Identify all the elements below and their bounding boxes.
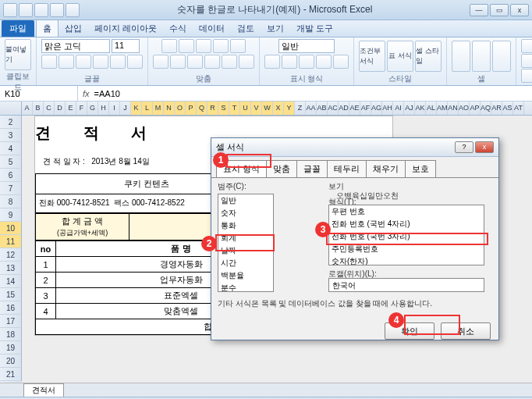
col-AT[interactable]: AT <box>513 102 524 115</box>
cell-style-button[interactable]: 셀 스타일 <box>415 41 442 72</box>
locale-select[interactable]: 한국어 <box>328 278 484 292</box>
col-AP[interactable]: AP <box>470 102 481 115</box>
col-AK[interactable]: AK <box>415 102 426 115</box>
col-AR[interactable]: AR <box>491 102 502 115</box>
dialog-tab-2[interactable]: 글꼴 <box>296 160 328 177</box>
col-C[interactable]: C <box>44 102 55 115</box>
col-AS[interactable]: AS <box>502 102 513 115</box>
col-AL[interactable]: AL <box>426 102 437 115</box>
dialog-tab-3[interactable]: 테두리 <box>327 160 367 177</box>
dialog-tab-1[interactable]: 맞춤 <box>266 160 297 177</box>
category-item[interactable]: 백분율 <box>218 269 273 282</box>
col-X[interactable]: X <box>273 102 284 115</box>
col-AJ[interactable]: AJ <box>404 102 415 115</box>
wrap-icon[interactable] <box>230 39 246 53</box>
review-tab[interactable]: 검토 <box>231 20 261 37</box>
autosum-icon[interactable] <box>521 39 532 53</box>
fontcolor-icon[interactable] <box>127 55 143 69</box>
dec-dec-icon[interactable] <box>333 55 349 69</box>
col-G[interactable]: G <box>87 102 98 115</box>
col-AC[interactable]: AC <box>328 102 339 115</box>
dialog-tab-4[interactable]: 채우기 <box>366 160 406 177</box>
col-R[interactable]: R <box>207 102 218 115</box>
formula-text[interactable]: =AA10 <box>94 89 120 98</box>
col-V[interactable]: V <box>251 102 262 115</box>
size-select[interactable]: 11 <box>112 39 140 53</box>
formula-tab[interactable]: 수식 <box>163 20 193 37</box>
fill-down-icon[interactable] <box>521 54 532 68</box>
row-11[interactable]: 11 <box>0 235 22 248</box>
col-Y[interactable]: Y <box>284 102 295 115</box>
col-H[interactable]: H <box>98 102 109 115</box>
dialog-close-button[interactable]: x <box>475 141 494 153</box>
cond-fmt-button[interactable]: 조건부 서식 <box>359 41 385 72</box>
col-E[interactable]: E <box>66 102 76 115</box>
row-21[interactable]: 21 <box>0 368 22 381</box>
align-center-icon[interactable] <box>170 55 186 69</box>
col-AE[interactable]: AE <box>349 102 360 115</box>
view-tab[interactable]: 보기 <box>261 20 290 37</box>
maximize-button[interactable]: ▭ <box>490 4 509 16</box>
category-item[interactable]: 통화 <box>218 219 273 232</box>
col-W[interactable]: W <box>262 102 273 115</box>
row-3[interactable]: 3 <box>0 129 22 142</box>
cancel-button[interactable]: 취소 <box>441 322 491 340</box>
bold-icon[interactable] <box>41 55 57 69</box>
row-12[interactable]: 12 <box>0 248 22 262</box>
dev-tab[interactable]: 개발 도구 <box>290 20 339 37</box>
col-T[interactable]: T <box>229 102 240 115</box>
close-button[interactable]: x <box>510 4 529 16</box>
col-AO[interactable]: AO <box>459 102 470 115</box>
row-20[interactable]: 20 <box>0 354 22 368</box>
indent-dec-icon[interactable] <box>204 55 220 69</box>
col-A[interactable]: A <box>22 102 33 115</box>
col-Z[interactable]: Z <box>295 102 306 115</box>
minimize-button[interactable]: — <box>470 4 488 16</box>
comma-icon[interactable] <box>299 55 314 69</box>
col-S[interactable]: S <box>218 102 229 115</box>
select-all-corner[interactable] <box>0 102 22 115</box>
col-AD[interactable]: AD <box>339 102 349 115</box>
row-7[interactable]: 7 <box>0 182 22 195</box>
row-2[interactable]: 2 <box>0 116 22 129</box>
format-item[interactable]: 전화 번호 (국번 4자리) <box>329 218 484 230</box>
row-19[interactable]: 19 <box>0 341 22 354</box>
col-K[interactable]: K <box>131 102 142 115</box>
col-F[interactable]: F <box>76 102 87 115</box>
home-tab[interactable]: 홈 <box>36 20 59 37</box>
row-4[interactable]: 4 <box>0 142 22 155</box>
dialog-help-button[interactable]: ? <box>455 141 473 153</box>
save-icon[interactable] <box>19 3 33 17</box>
row-18[interactable]: 18 <box>0 328 22 341</box>
col-AH[interactable]: AH <box>382 102 393 115</box>
file-tab[interactable]: 파일 <box>2 20 34 37</box>
insert-tab[interactable]: 삽입 <box>59 20 88 37</box>
align-top-icon[interactable] <box>161 39 177 53</box>
percent-icon[interactable] <box>282 55 297 69</box>
col-L[interactable]: L <box>142 102 153 115</box>
italic-icon[interactable] <box>59 55 74 69</box>
format-item[interactable]: 우편 번호 <box>329 205 484 218</box>
orient-icon[interactable] <box>213 39 229 53</box>
col-O[interactable]: O <box>175 102 186 115</box>
format-item[interactable]: 전화 번호 (국번 3자리) <box>329 230 484 243</box>
col-D[interactable]: D <box>55 102 66 115</box>
col-AM[interactable]: AM <box>437 102 448 115</box>
col-J[interactable]: J <box>120 102 131 115</box>
sheet-tab-1[interactable]: 견적서 <box>23 383 64 397</box>
col-Q[interactable]: Q <box>197 102 207 115</box>
inc-dec-icon[interactable] <box>316 55 332 69</box>
qat-menu-icon[interactable] <box>66 3 80 17</box>
fill-icon[interactable] <box>110 55 126 69</box>
insert-cell-icon[interactable] <box>452 41 470 72</box>
col-M[interactable]: M <box>153 102 164 115</box>
col-AG[interactable]: AG <box>371 102 382 115</box>
align-right-icon[interactable] <box>187 55 203 69</box>
merge-icon[interactable] <box>239 55 254 69</box>
clear-icon[interactable] <box>521 69 532 83</box>
align-left-icon[interactable] <box>153 55 168 69</box>
layout-tab[interactable]: 페이지 레이아웃 <box>88 20 163 37</box>
col-AN[interactable]: AN <box>448 102 459 115</box>
currency-icon[interactable] <box>264 55 280 69</box>
row-15[interactable]: 15 <box>0 288 22 301</box>
